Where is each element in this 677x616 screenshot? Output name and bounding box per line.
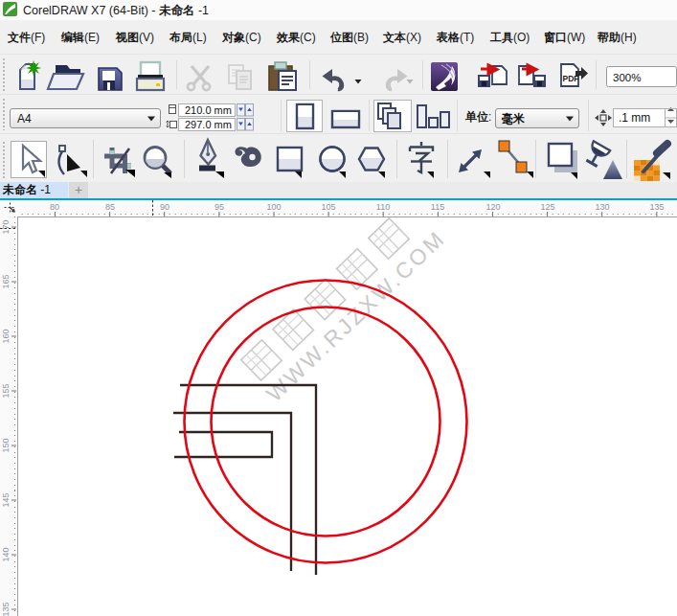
svg-text:300%: 300%: [613, 72, 641, 83]
